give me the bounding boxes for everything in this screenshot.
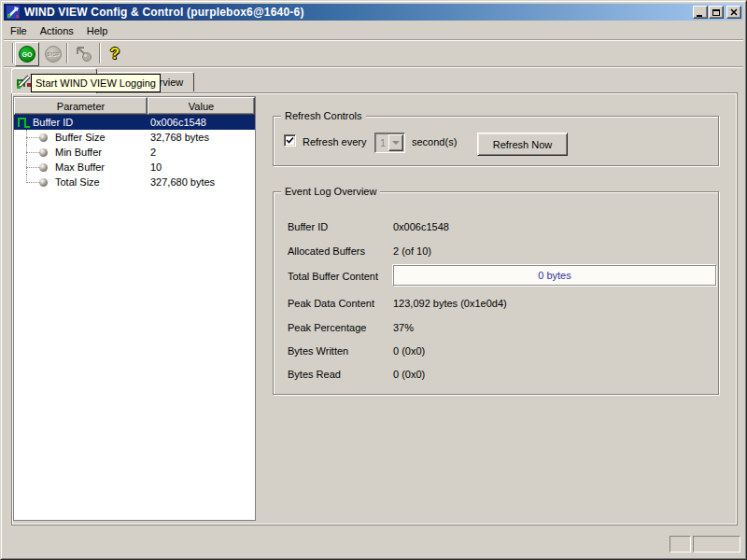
field-value-bytes-written: 0 (0x0) [393,345,425,357]
windview-app-icon [6,5,21,20]
menu-actions[interactable]: Actions [34,23,80,38]
tree-row-total-size[interactable]: Total Size 327,680 bytes [14,175,255,189]
tree-param: Max Buffer [55,161,105,173]
tree-param: Min Buffer [55,147,102,158]
refresh-every-label: Refresh every [303,136,366,147]
menu-help[interactable]: Help [80,23,115,38]
tree-line [26,167,39,168]
maximize-icon [712,9,720,16]
field-value-bytes-read: 0 (0x0) [393,369,425,380]
field-value-peak-percentage: 37% [393,322,414,333]
event-buffer-icon [17,117,31,128]
refresh-interval-value: 1 [380,137,386,148]
checkmark-icon [286,136,294,145]
maximize-button[interactable] [709,6,724,19]
buffer-parameter-tree: Parameter Value Buffer ID 0x006c1548 Buf… [13,96,256,521]
toolbar-separator [66,43,68,63]
refresh-now-button[interactable]: Refresh Now [477,133,568,156]
stop-icon: STOP [45,46,62,63]
start-logging-button[interactable]: GO [15,42,39,66]
refresh-controls-group: Refresh Controls Refresh every 1 second(… [273,116,719,166]
help-icon: ? [110,45,120,63]
tree-value: 2 [150,147,156,158]
tree-row-buffer-id[interactable]: Buffer ID 0x006c1548 [14,115,255,130]
field-value-allocated-buffers: 2 (of 10) [393,245,431,257]
status-panel-wide [693,536,740,553]
field-label-bytes-written: Bytes Written [288,345,348,357]
parameter-bullet-icon [39,163,48,172]
toolbar-tab-divider [4,66,743,68]
refresh-now-label: Refresh Now [493,139,553,150]
go-icon: GO [19,46,35,63]
tree-value: 0x006c1548 [150,117,206,128]
help-button[interactable]: ? [104,42,126,66]
toolbar-separator [12,43,14,63]
tree-value: 327,680 bytes [150,176,215,188]
tree-param: Total Size [55,176,100,188]
windview-tab-icon [16,74,32,90]
minimize-button[interactable] [693,6,708,19]
column-header-parameter[interactable]: Parameter [14,97,148,115]
field-value-buffer-id: 0x006c1548 [393,221,449,232]
tree-row-max-buffer[interactable]: Max Buffer 10 [14,160,255,175]
tree-line [26,182,39,183]
window-title: WIND VIEW Config & Control (purplebox6@1… [24,6,304,19]
close-button[interactable] [726,6,741,19]
close-icon [730,8,738,16]
field-label-allocated-buffers: Allocated Buffers [288,245,365,257]
windview-config-control-window: { "window": { "title": "WIND VIEW Config… [0,0,747,560]
stop-logging-button[interactable]: STOP [41,42,65,66]
refresh-controls-title: Refresh Controls [281,110,366,121]
tree-line [26,152,39,153]
field-value-peak-data-content: 123,092 bytes (0x1e0d4) [393,298,507,309]
tree-value: 32,768 bytes [150,132,209,143]
tree-row-buffer-size[interactable]: Buffer Size 32,768 bytes [14,130,255,145]
field-label-total-buffer-content: Total Buffer Content [288,271,378,282]
tree-row-min-buffer[interactable]: Min Buffer 2 [14,145,255,160]
event-log-overview-group: Event Log Overview Buffer ID 0x006c1548 … [273,191,719,395]
chevron-down-icon [392,141,400,148]
refresh-every-checkbox[interactable] [284,134,296,147]
total-buffer-content-value: 0 bytes [538,270,571,281]
seconds-unit-label: second(s) [412,136,457,147]
toolbar-separator [99,43,101,63]
status-panel-small [669,536,691,553]
parameter-bullet-icon [39,148,48,157]
menu-bar: File Actions Help [4,21,743,39]
tree-param: Buffer ID [33,117,73,128]
field-label-bytes-read: Bytes Read [288,369,341,380]
field-label-peak-data-content: Peak Data Content [288,298,374,309]
title-bar[interactable]: WIND VIEW Config & Control (purplebox6@1… [4,4,743,21]
field-label-buffer-id: Buffer ID [288,221,328,232]
trigger-button[interactable] [72,42,96,66]
tree-value: 10 [150,161,162,173]
column-header-value[interactable]: Value [148,97,255,115]
combo-dropdown-button[interactable] [388,134,403,151]
start-logging-tooltip: Start WIND VIEW Logging [31,74,161,92]
minimize-icon [697,15,702,17]
menu-toolbar-divider [4,39,743,41]
tree-line [26,137,39,138]
total-buffer-content-bar: 0 bytes [393,265,716,286]
parameter-bullet-icon [39,178,48,187]
menu-file[interactable]: File [4,23,34,38]
field-label-peak-percentage: Peak Percentage [288,322,366,333]
event-log-overview-title: Event Log Overview [281,186,380,197]
parameter-bullet-icon [39,133,48,142]
trigger-icon [74,45,94,63]
tree-param: Buffer Size [55,132,106,143]
refresh-interval-select[interactable]: 1 [374,133,405,153]
